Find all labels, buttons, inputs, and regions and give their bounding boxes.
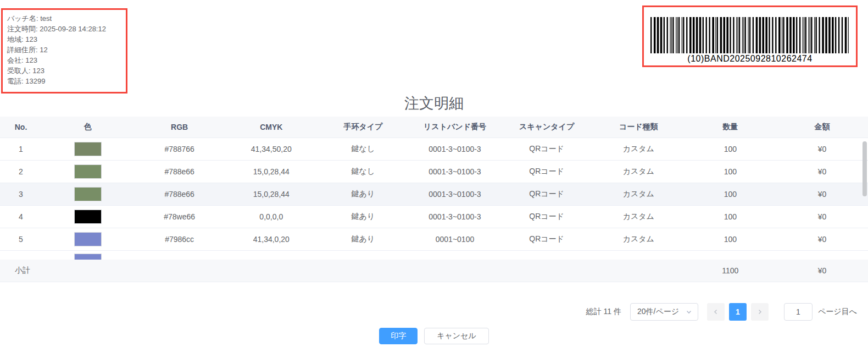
cell-code_type: カスタム bbox=[593, 205, 685, 228]
barcode-image bbox=[650, 17, 849, 53]
color-swatch bbox=[74, 164, 102, 179]
batch-info-line: 詳細住所: 12 bbox=[7, 45, 120, 55]
cell-color bbox=[42, 205, 133, 228]
cell-rgb: #7986cc bbox=[133, 228, 225, 250]
print-button[interactable]: 印字 bbox=[379, 328, 418, 344]
cell-qty: 100 bbox=[685, 183, 776, 205]
cell-cmyk: 15,0,28,44 bbox=[225, 160, 317, 183]
batch-info-line: 地域: 123 bbox=[7, 34, 120, 45]
cell-band_type: 鍵あり bbox=[317, 183, 409, 205]
page-jump-label: ページ目へ bbox=[818, 307, 857, 317]
prev-page-button[interactable] bbox=[707, 303, 725, 321]
cell-rgb: #788766 bbox=[133, 138, 225, 160]
column-header: RGB bbox=[133, 117, 225, 138]
table-row[interactable]: 3#788e6615,0,28,44鍵あり0001-3~0100-3QRコードカ… bbox=[0, 183, 868, 205]
column-header: 金額 bbox=[776, 117, 868, 138]
batch-info-line: バッチ名: test bbox=[7, 13, 120, 24]
table-row-partial bbox=[0, 250, 868, 260]
column-header: リストバンド番号 bbox=[409, 117, 500, 138]
cell-cmyk: 41,34,0,20 bbox=[225, 228, 317, 250]
color-swatch bbox=[74, 187, 102, 201]
column-header: 色 bbox=[42, 117, 133, 138]
table-row[interactable]: 1#78876641,34,50,20鍵なし0001-3~0100-3QRコード… bbox=[0, 138, 868, 160]
cell-no: 2 bbox=[0, 160, 42, 183]
summary-amount: ¥0 bbox=[776, 260, 868, 282]
cell-amount: ¥0 bbox=[776, 228, 868, 250]
next-page-button[interactable] bbox=[751, 303, 769, 321]
cell-band_type: 鍵なし bbox=[317, 160, 409, 183]
cell-band_type: 鍵あり bbox=[317, 228, 409, 250]
page-number-button[interactable]: 1 bbox=[729, 303, 747, 321]
color-swatch bbox=[74, 232, 102, 246]
column-header: コード種類 bbox=[593, 117, 685, 138]
cell-no: 5 bbox=[0, 228, 42, 250]
cell-cmyk: 41,34,50,20 bbox=[225, 138, 317, 160]
cell-color bbox=[42, 160, 133, 183]
table-header-row: No.色RGBCMYK手环タイプリストバンド番号スキャンタイプコード種類数量金額 bbox=[0, 117, 868, 138]
chevron-down-icon bbox=[686, 309, 692, 315]
column-header: CMYK bbox=[225, 117, 317, 138]
page-jump-input[interactable] bbox=[784, 303, 813, 321]
color-swatch bbox=[74, 142, 102, 156]
cell-cmyk: 0,0,0,0 bbox=[225, 205, 317, 228]
chevron-left-icon bbox=[713, 309, 719, 315]
batch-info-line: 電話: 13299 bbox=[7, 76, 120, 86]
cell-wristband_no: 0001~0100 bbox=[409, 228, 500, 250]
cell-amount: ¥0 bbox=[776, 160, 868, 183]
table-row[interactable]: 4#78we660,0,0,0鍵あり0001-3~0100-3QRコードカスタム… bbox=[0, 205, 868, 228]
summary-row: 小計1100¥0 bbox=[0, 260, 868, 282]
table-body: 1#78876641,34,50,20鍵なし0001-3~0100-3QRコード… bbox=[0, 138, 868, 282]
cell-amount: ¥0 bbox=[776, 138, 868, 160]
color-swatch bbox=[74, 210, 102, 224]
cell-code_type: カスタム bbox=[593, 228, 685, 250]
cell-scan_type: QRコード bbox=[501, 228, 593, 250]
cell-color bbox=[42, 138, 133, 160]
cell-scan_type: QRコード bbox=[501, 138, 593, 160]
column-header: 手环タイプ bbox=[317, 117, 409, 138]
cell-wristband_no: 0001-3~0100-3 bbox=[409, 138, 500, 160]
cell-scan_type: QRコード bbox=[501, 205, 593, 228]
cell-band_type: 鍵あり bbox=[317, 205, 409, 228]
cell-code_type: カスタム bbox=[593, 160, 685, 183]
cell-rgb: #788e66 bbox=[133, 160, 225, 183]
table-scrollbar-thumb[interactable] bbox=[863, 141, 867, 196]
action-bar: 印字 キャンセル bbox=[0, 328, 868, 344]
column-header: No. bbox=[0, 117, 42, 138]
cell-color bbox=[42, 183, 133, 205]
cell-color bbox=[42, 228, 133, 250]
cell-code_type: カスタム bbox=[593, 183, 685, 205]
cell-wristband_no: 0001-3~0100-3 bbox=[409, 205, 500, 228]
cell-rgb: #788e66 bbox=[133, 183, 225, 205]
cell-qty: 100 bbox=[685, 138, 776, 160]
color-swatch bbox=[74, 254, 102, 260]
table-row[interactable]: 5#7986cc41,34,0,20鍵あり0001~0100QRコードカスタム1… bbox=[0, 228, 868, 250]
cell-no: 1 bbox=[0, 138, 42, 160]
page-header: バッチ名: test注文時間: 2025-09-28 14:28:12地域: 1… bbox=[0, 0, 868, 94]
order-table: No.色RGBCMYK手环タイプリストバンド番号スキャンタイプコード種類数量金額… bbox=[0, 117, 868, 282]
page-size-select[interactable]: 20件/ページ bbox=[630, 303, 698, 321]
cell-scan_type: QRコード bbox=[501, 160, 593, 183]
cell-scan_type: QRコード bbox=[501, 183, 593, 205]
cell-band_type: 鍵なし bbox=[317, 138, 409, 160]
pagination: 総計 11 件 20件/ページ 1 ページ目へ bbox=[0, 303, 868, 321]
cell-qty: 100 bbox=[685, 160, 776, 183]
barcode-box: (10)BAND2025092810262474 bbox=[642, 6, 858, 67]
table-row[interactable]: 2#788e6615,0,28,44鍵なし0001-3~0100-3QRコードカ… bbox=[0, 160, 868, 183]
column-header: スキャンタイプ bbox=[501, 117, 593, 138]
cell-qty: 100 bbox=[685, 205, 776, 228]
cell-no: 3 bbox=[0, 183, 42, 205]
cell-wristband_no: 0001-3~0100-3 bbox=[409, 183, 500, 205]
batch-info-box: バッチ名: test注文時間: 2025-09-28 14:28:12地域: 1… bbox=[1, 8, 127, 94]
summary-qty: 1100 bbox=[685, 260, 776, 282]
cell-rgb: #78we66 bbox=[133, 205, 225, 228]
cancel-button[interactable]: キャンセル bbox=[424, 328, 489, 344]
cell-qty: 100 bbox=[685, 228, 776, 250]
page-title: 注文明細 bbox=[0, 94, 868, 117]
page-size-value: 20件/ページ bbox=[637, 307, 679, 317]
summary-label: 小計 bbox=[0, 260, 42, 282]
column-header: 数量 bbox=[685, 117, 776, 138]
order-table-wrap: No.色RGBCMYK手环タイプリストバンド番号スキャンタイプコード種類数量金額… bbox=[0, 117, 868, 282]
cell-amount: ¥0 bbox=[776, 183, 868, 205]
cell-no: 4 bbox=[0, 205, 42, 228]
batch-info-line: 注文時間: 2025-09-28 14:28:12 bbox=[7, 24, 120, 34]
